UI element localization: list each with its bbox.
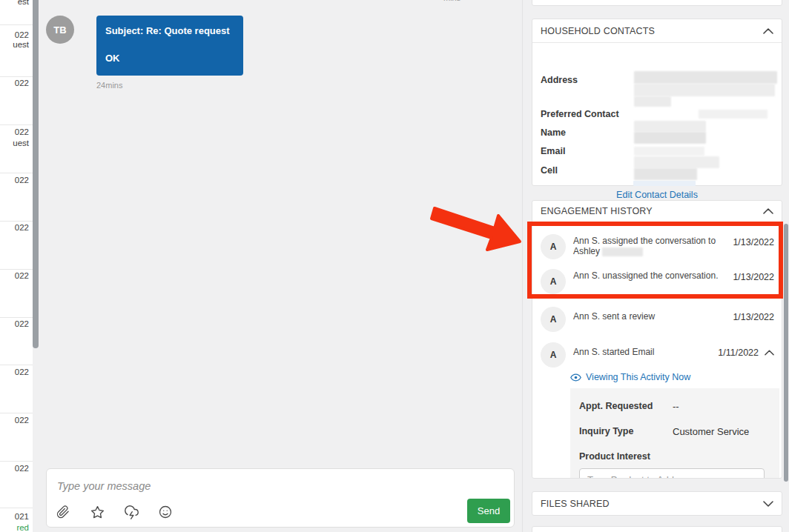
message-timestamp-clipped: mins [443, 0, 488, 4]
eye-icon [570, 373, 581, 382]
engagement-entry[interactable]: A Ann S. started Email 1/11/2022 [541, 342, 774, 368]
list-item[interactable]: 022 [15, 271, 29, 280]
divider [0, 24, 33, 25]
entry-date: 1/13/2022 [733, 234, 774, 259]
engagement-entries: A Ann S. assigned the conversation to As… [532, 222, 782, 368]
viewing-activity-link[interactable]: Viewing This Activity Now [570, 372, 782, 382]
list-item-subject[interactable]: uest [13, 139, 29, 147]
message-time: 24mins [96, 81, 122, 90]
list-item[interactable]: 022 [15, 176, 29, 184]
avatar: A [541, 234, 566, 259]
list-item[interactable]: est [18, 0, 29, 6]
activity-details-panel: Appt. Requested -- Inquiry Type Customer… [570, 388, 779, 479]
cell-label: Cell [541, 165, 558, 176]
address-label: Address [541, 75, 578, 85]
engagement-entry[interactable]: A Ann S. assigned the conversation to As… [541, 234, 774, 259]
engagement-entry[interactable]: A Ann S. unassigned the conversation. 1/… [541, 269, 774, 294]
chevron-up-icon[interactable] [765, 348, 774, 356]
cloud-lightning-icon[interactable] [124, 505, 139, 519]
household-contacts-body: Address Preferred Contact Name Email Cel… [532, 43, 782, 186]
inquiry-type-row: Inquiry Type Customer Service [579, 426, 770, 437]
list-item[interactable]: 021 [15, 512, 29, 521]
message-subject: Subject: Re: Quote request [105, 25, 234, 37]
product-interest-row: Product Interest [579, 449, 770, 462]
chat-area: mins TB Subject: Re: Quote request OK 24… [33, 0, 522, 532]
inquiry-type-label: Inquiry Type [579, 426, 673, 437]
preferred-contact-label: Preferred Contact [541, 109, 619, 119]
card-clipped-top [532, 0, 782, 6]
entry-text: Ann S. sent a review [573, 307, 719, 332]
avatar: TB [46, 16, 74, 44]
divider [0, 173, 33, 173]
household-contacts-card: HOUSEHOLD CONTACTS Address Preferred Con… [532, 19, 782, 186]
divider [0, 461, 33, 462]
avatar: A [541, 269, 566, 294]
message-bubble: Subject: Re: Quote request OK [96, 16, 243, 76]
card-clipped-bottom [532, 526, 782, 532]
redacted-value [602, 247, 643, 256]
redacted-value [634, 168, 697, 180]
details-panel: HOUSEHOLD CONTACTS Address Preferred Con… [522, 0, 789, 532]
redacted-value [634, 121, 706, 132]
redacted-value [634, 132, 706, 144]
list-item[interactable]: 022 [15, 368, 29, 376]
section-title: FILES SHARED [541, 499, 610, 509]
divider [0, 317, 33, 318]
list-item[interactable]: 022 [15, 223, 29, 232]
redacted-value [634, 156, 719, 168]
appt-requested-label: Appt. Requested [579, 401, 673, 412]
chevron-down-icon[interactable] [763, 501, 773, 507]
divider [0, 76, 33, 77]
redacted-value [634, 96, 671, 107]
divider [0, 413, 33, 413]
conversation-list-scrollbar[interactable] [33, 0, 39, 348]
redacted-value [634, 84, 775, 96]
composer-toolbar [56, 505, 173, 519]
star-icon[interactable] [90, 505, 105, 519]
entry-date: 1/13/2022 [733, 307, 774, 332]
entry-date: 1/13/2022 [733, 269, 774, 294]
edit-contact-details-link[interactable]: Edit Contact Details [532, 190, 782, 200]
chevron-up-icon[interactable] [763, 208, 773, 214]
entry-text: Ann S. unassigned the conversation. [573, 269, 719, 294]
list-item-subject[interactable]: uest [13, 40, 29, 49]
avatar: A [541, 342, 566, 368]
message-composer: Send [46, 468, 515, 528]
redacted-value [634, 71, 777, 84]
list-item-status[interactable]: red [16, 523, 29, 532]
entry-text: Ann S. assigned the conversation to Ashl… [573, 234, 719, 259]
smiley-icon[interactable] [158, 505, 173, 519]
message-input[interactable] [57, 475, 472, 497]
redacted-value [633, 181, 696, 186]
message-body: OK [105, 53, 234, 64]
list-item[interactable]: 022 [15, 127, 29, 136]
email-label: Email [541, 146, 565, 156]
files-shared-header: FILES SHARED [532, 492, 782, 516]
product-interest-label: Product Interest [579, 451, 650, 462]
engagement-entry[interactable]: A Ann S. sent a review 1/13/2022 [541, 307, 774, 332]
divider [0, 508, 33, 508]
name-label: Name [541, 127, 566, 138]
list-item[interactable]: 022 [15, 319, 29, 328]
paperclip-icon[interactable] [56, 505, 70, 519]
list-item[interactable]: 022 [15, 416, 29, 425]
conversation-list: est 022 uest 022 022 uest 022 022 022 02… [0, 0, 33, 532]
section-title: HOUSEHOLD CONTACTS [541, 26, 655, 36]
redacted-value [634, 147, 704, 156]
list-item[interactable]: 022 [15, 79, 29, 87]
product-interest-input[interactable] [579, 468, 765, 479]
send-button[interactable]: Send [467, 499, 510, 523]
engagement-history-header: ENGAGEMENT HISTORY [532, 201, 782, 222]
list-item[interactable]: 022 [15, 30, 29, 39]
appt-requested-row: Appt. Requested -- [579, 401, 770, 412]
divider [0, 269, 33, 270]
household-contacts-header: HOUSEHOLD CONTACTS [532, 19, 782, 43]
avatar: A [541, 307, 566, 332]
list-item[interactable]: 022 [15, 464, 29, 473]
inquiry-type-value: Customer Service [673, 426, 749, 437]
entry-date: 1/11/2022 [718, 342, 774, 368]
chevron-up-icon[interactable] [763, 28, 773, 34]
details-panel-scrollbar[interactable] [784, 224, 788, 482]
appt-requested-value: -- [673, 401, 679, 412]
divider [0, 221, 33, 222]
